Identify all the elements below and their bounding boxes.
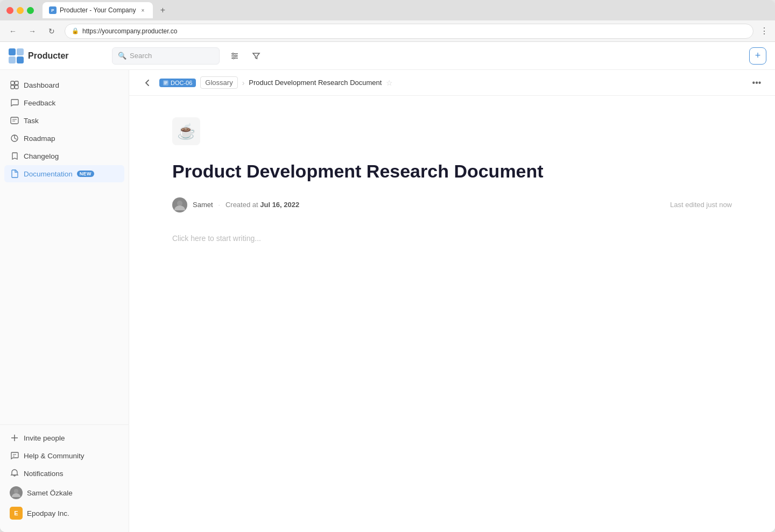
roadmap-icon bbox=[10, 133, 19, 143]
sidebar-nav: Dashboard Feedback bbox=[0, 74, 129, 424]
main-layout: Dashboard Feedback bbox=[0, 70, 775, 532]
lock-icon: 🔒 bbox=[72, 27, 79, 34]
help-icon bbox=[10, 451, 19, 460]
doc-title: Product Development Research Document bbox=[172, 160, 732, 182]
tab-title: Producter - Your Company bbox=[60, 6, 136, 14]
author-avatar bbox=[172, 197, 187, 212]
address-bar[interactable]: 🔒 https://yourcompany.producter.co bbox=[65, 24, 753, 39]
documentation-icon bbox=[10, 169, 19, 179]
sidebar-item-dashboard[interactable]: Dashboard bbox=[4, 76, 124, 94]
back-nav-btn[interactable]: ← bbox=[6, 25, 19, 38]
svg-rect-0 bbox=[9, 48, 16, 55]
tab-close-btn[interactable]: × bbox=[139, 6, 146, 14]
new-item-btn[interactable]: + bbox=[749, 47, 766, 65]
feedback-label: Feedback bbox=[24, 99, 55, 107]
svg-point-8 bbox=[235, 55, 237, 56]
funnel-icon bbox=[252, 52, 260, 60]
changelog-icon bbox=[10, 151, 19, 161]
svg-rect-13 bbox=[15, 86, 19, 89]
browser-menu-btn[interactable]: ⋮ bbox=[760, 26, 769, 36]
svg-rect-11 bbox=[15, 81, 19, 85]
sidebar-invite-btn[interactable]: Invite people bbox=[4, 429, 124, 446]
svg-rect-14 bbox=[11, 117, 18, 124]
documentation-badge: NEW bbox=[77, 171, 94, 177]
user-name: Samet Özkale bbox=[27, 489, 73, 497]
logo-icon bbox=[9, 48, 24, 63]
breadcrumb-chevron: › bbox=[242, 79, 245, 87]
svg-point-9 bbox=[233, 57, 235, 59]
svg-rect-12 bbox=[11, 86, 15, 89]
search-icon: 🔍 bbox=[118, 52, 126, 60]
logo-text: Producter bbox=[28, 51, 69, 61]
sidebar-bottom: Invite people Help & Community bbox=[0, 424, 129, 528]
task-icon bbox=[10, 116, 19, 125]
url-text: https://yourcompany.producter.co bbox=[82, 27, 178, 35]
sidebar-item-task[interactable]: Task bbox=[4, 112, 124, 129]
dashboard-label: Dashboard bbox=[24, 81, 59, 89]
sidebar-item-changelog[interactable]: Changelog bbox=[4, 147, 124, 165]
roadmap-label: Roadmap bbox=[24, 134, 55, 143]
breadcrumb-parent-link[interactable]: Glossary bbox=[200, 76, 237, 89]
breadcrumb-current-page: Product Development Research Document bbox=[249, 79, 382, 87]
notifications-label: Notifications bbox=[24, 470, 64, 478]
app-logo[interactable]: Producter bbox=[9, 48, 105, 63]
doc-id-badge: DOC-06 bbox=[159, 79, 196, 87]
sidebar-item-documentation[interactable]: Documentation NEW bbox=[4, 165, 124, 182]
svg-rect-3 bbox=[17, 56, 24, 63]
sidebar-item-feedback[interactable]: Feedback bbox=[4, 94, 124, 111]
svg-line-19 bbox=[15, 138, 17, 139]
search-placeholder-text: Search bbox=[130, 52, 152, 60]
help-label: Help & Community bbox=[24, 452, 84, 460]
sidebar-company[interactable]: E Epodpay Inc. bbox=[4, 503, 124, 523]
tab-favicon: P bbox=[49, 6, 57, 14]
back-btn[interactable] bbox=[140, 75, 155, 90]
dot-maximize[interactable] bbox=[27, 7, 34, 14]
svg-rect-1 bbox=[17, 48, 24, 55]
svg-rect-10 bbox=[11, 81, 15, 85]
doc-meta: Samet · Created at Jul 16, 2022 Last edi… bbox=[172, 197, 732, 212]
sidebar-user-profile[interactable]: Samet Özkale bbox=[4, 483, 124, 503]
company-name: Epodpay Inc. bbox=[27, 509, 69, 517]
sidebar: Dashboard Feedback bbox=[0, 70, 129, 532]
svg-point-24 bbox=[14, 489, 18, 493]
new-tab-btn[interactable]: + bbox=[155, 3, 170, 18]
feedback-icon bbox=[10, 98, 19, 108]
doc-writing-area[interactable]: Click here to start writing... bbox=[172, 234, 732, 243]
breadcrumb-bar: DOC-06 Glossary › Product Development Re… bbox=[129, 70, 775, 96]
svg-rect-2 bbox=[9, 56, 16, 63]
dot-close[interactable] bbox=[6, 7, 13, 14]
more-options-btn[interactable]: ••• bbox=[749, 75, 764, 90]
changelog-label: Changelog bbox=[24, 152, 59, 160]
filter-btn[interactable] bbox=[248, 47, 265, 65]
dot-minimize[interactable] bbox=[17, 7, 24, 14]
company-avatar: E bbox=[10, 507, 23, 520]
browser-tabs: P Producter - Your Company × + bbox=[43, 2, 170, 18]
created-at-label: Created at Jul 16, 2022 bbox=[226, 201, 299, 209]
browser-titlebar: P Producter - Your Company × + bbox=[0, 0, 775, 20]
sidebar-item-roadmap[interactable]: Roadmap bbox=[4, 130, 124, 147]
doc-content[interactable]: ☕ Product Development Research Document … bbox=[129, 96, 775, 532]
user-avatar bbox=[10, 486, 23, 499]
content-area: DOC-06 Glossary › Product Development Re… bbox=[129, 70, 775, 532]
bell-icon bbox=[10, 469, 19, 478]
filter-settings-btn[interactable] bbox=[226, 47, 243, 65]
star-icon[interactable]: ☆ bbox=[386, 79, 393, 87]
last-edited: Last edited just now bbox=[670, 201, 732, 209]
browser-dots bbox=[6, 7, 34, 14]
plus-icon bbox=[10, 433, 19, 443]
sliders-icon bbox=[230, 52, 239, 60]
forward-nav-btn[interactable]: → bbox=[26, 25, 39, 38]
search-bar[interactable]: 🔍 Search bbox=[112, 47, 220, 65]
svg-point-29 bbox=[177, 201, 182, 206]
documentation-label: Documentation bbox=[24, 170, 73, 178]
sidebar-help-btn[interactable]: Help & Community bbox=[4, 447, 124, 464]
task-label: Task bbox=[24, 117, 39, 125]
sidebar-notifications-btn[interactable]: Notifications bbox=[4, 465, 124, 482]
header-icons bbox=[226, 47, 265, 65]
reload-btn[interactable]: ↻ bbox=[45, 25, 58, 38]
invite-label: Invite people bbox=[24, 434, 65, 442]
dashboard-icon bbox=[10, 80, 19, 90]
doc-emoji[interactable]: ☕ bbox=[172, 117, 200, 145]
created-date: Jul 16, 2022 bbox=[260, 201, 299, 209]
active-tab[interactable]: P Producter - Your Company × bbox=[43, 2, 153, 18]
